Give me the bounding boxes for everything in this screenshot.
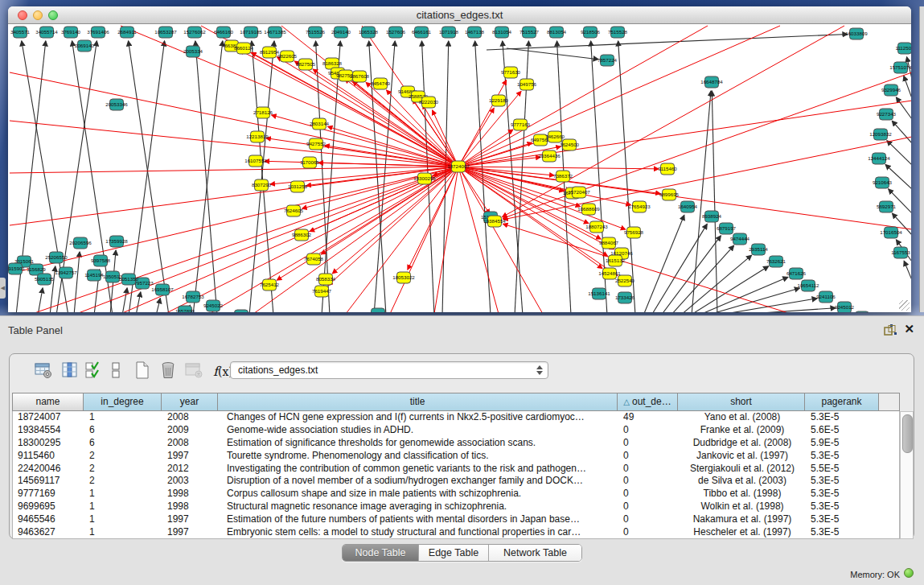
row-height-icon[interactable] (106, 360, 127, 381)
column-header-pagerank[interactable]: pagerank (805, 393, 879, 411)
graph-node[interactable]: 16107552 (244, 155, 267, 167)
window-resize-grip[interactable] (899, 300, 910, 311)
graph-node[interactable]: 1527606 (386, 27, 406, 38)
graph-node[interactable]: 10654112 (797, 280, 819, 291)
graph-node[interactable]: 9886302 (292, 229, 312, 241)
graph-node[interactable]: 13942757 (55, 267, 77, 278)
graph-node[interactable]: 1229180 (489, 95, 509, 106)
graph-node[interactable]: 14671385 (264, 27, 286, 38)
graph-node[interactable]: 20364436 (538, 150, 561, 162)
graph-node[interactable]: 2803144 (310, 118, 330, 130)
network-canvas[interactable]: 3405571340557143769140376914062684911106… (8, 24, 911, 312)
graph-node[interactable]: 1112504 (895, 43, 911, 54)
graph-node[interactable]: 9115460 (658, 163, 677, 175)
graph-node[interactable]: 18807243 (585, 221, 608, 233)
graph-node[interactable]: 12093832 (869, 129, 892, 140)
table-row[interactable]: 1456911722003Disruption of a novel membe… (13, 475, 899, 488)
graph-node[interactable]: 2069140 (75, 40, 95, 51)
column-header-title[interactable]: title (218, 393, 618, 411)
graph-node[interactable]: 16033809 (845, 28, 868, 39)
table-row[interactable]: 977716911998Corpus callosum shape and si… (13, 488, 899, 501)
table-row[interactable]: 969969511998Structural magnetic resonanc… (13, 501, 899, 513)
graph-node[interactable]: 1145194 (84, 270, 104, 281)
column-header-in_degree[interactable]: in_degree (84, 393, 162, 411)
graph-node[interactable]: 6466161 (412, 27, 432, 38)
graph-node[interactable]: 6471626 (786, 268, 807, 279)
collapse-panel-handle[interactable]: ◀ (0, 278, 6, 299)
graph-node[interactable]: 7386372 (553, 171, 573, 182)
table-row[interactable]: 1830029562008Estimation of significance … (13, 437, 899, 450)
graph-node[interactable]: 20053346 (105, 99, 128, 110)
graph-node[interactable]: 2718126 (253, 107, 273, 118)
column-header-name[interactable]: name (12, 393, 84, 411)
graph-node[interactable]: 3915901 (8, 263, 26, 274)
graph-node[interactable]: 37691406 (87, 27, 109, 38)
graph-node[interactable]: 15276062 (183, 27, 206, 38)
graph-node[interactable]: 18053022 (392, 272, 415, 283)
graph-node[interactable]: 7624605 (284, 205, 304, 216)
graph-node[interactable]: 15751074 (889, 62, 911, 73)
graph-node[interactable]: 5905135 (35, 274, 55, 285)
graph-node[interactable]: 1167553 (891, 247, 910, 258)
graph-node[interactable]: 1071918 (439, 27, 459, 38)
column-select-icon[interactable] (84, 360, 105, 381)
graph-node[interactable]: 16958107 (151, 284, 174, 295)
graph-node[interactable]: 1384550 (368, 308, 388, 312)
tab-edge-table[interactable]: Edge Table (419, 545, 489, 561)
graph-node[interactable]: 6879197 (717, 223, 737, 234)
graph-node[interactable]: 6899695 (659, 189, 680, 200)
column-header-out_de[interactable]: △out_de… (618, 393, 678, 411)
graph-node[interactable]: 19384554 (483, 216, 506, 227)
table-row[interactable]: 911546021997Tourette syndrome. Phenomeno… (13, 450, 899, 463)
graph-node[interactable]: 20206596 (69, 237, 92, 249)
graph-node[interactable]: 8938924 (702, 211, 722, 222)
graph-node[interactable]: 7515527 (519, 27, 540, 38)
graph-node[interactable]: 8222030 (419, 97, 439, 108)
graph-node[interactable]: 8131054 (492, 27, 512, 38)
tab-node-table[interactable]: Node Table (343, 545, 419, 561)
graph-node[interactable]: 8058334 (316, 274, 336, 285)
graph-node[interactable]: 1467138 (465, 27, 485, 38)
graph-node[interactable]: 9474444 (730, 233, 750, 245)
graph-node[interactable]: 9397588 (91, 255, 111, 266)
table-row[interactable]: 1872400712008Changes of HCN gene express… (13, 411, 899, 424)
graph-node[interactable]: 9329946 (881, 84, 901, 96)
graph-node[interactable]: 7674058 (304, 253, 324, 265)
graph-node[interactable]: 9827505 (296, 59, 316, 70)
table-settings-icon[interactable] (34, 360, 55, 381)
graph-node[interactable]: 16648784 (700, 76, 723, 88)
graph-node[interactable]: 2049140 (331, 27, 351, 38)
graph-node[interactable]: 1031255 (288, 181, 308, 192)
graph-node[interactable]: 9427552 (306, 138, 326, 150)
table-scrollbar[interactable] (900, 411, 914, 539)
graph-node[interactable]: 10653287 (154, 27, 177, 38)
table-row[interactable]: 1938455462009Genome-wide association stu… (13, 424, 899, 437)
graph-node[interactable]: 7632621 (766, 256, 786, 267)
graph-node[interactable]: 8307290 (252, 179, 272, 191)
new-file-icon[interactable] (133, 360, 154, 381)
graph-node[interactable]: 1049756 (517, 79, 537, 90)
graph-node[interactable]: 1640954 (678, 201, 698, 212)
graph-node[interactable]: 9777163 (511, 119, 531, 130)
window-titlebar[interactable]: citations_edges.txt (8, 6, 911, 24)
graph-node[interactable]: 10719185 (240, 27, 262, 38)
graph-node[interactable]: 3405571 (10, 27, 31, 38)
graph-node[interactable]: 17016504 (880, 227, 902, 238)
graph-node[interactable]: 1022303 (852, 311, 873, 312)
graph-node[interactable]: 9218506 (581, 27, 601, 38)
graph-node[interactable]: 8912954 (260, 47, 280, 58)
close-panel-icon[interactable]: ✕ (904, 322, 914, 336)
graph-node[interactable]: 10688609 (577, 204, 600, 215)
graph-node[interactable]: 15136141 (588, 288, 610, 299)
graph-node[interactable]: 8813054 (547, 27, 567, 38)
graph-node[interactable]: 12444124 (868, 153, 890, 164)
table-row[interactable]: 946362711997Embryonic stem cells: a mode… (13, 526, 899, 539)
graph-node[interactable]: 17359928 (105, 236, 128, 247)
graph-node[interactable]: 7857224 (598, 55, 618, 66)
memory-status-icon[interactable] (904, 568, 914, 578)
graph-node[interactable]: 8454749 (371, 78, 391, 89)
graph-node[interactable]: 9210643 (873, 177, 893, 188)
graph-node[interactable]: 6466160 (214, 27, 234, 38)
table-row[interactable]: 2242004622012Investigating the contribut… (13, 463, 899, 476)
table-scrollbar-thumb[interactable] (902, 414, 913, 453)
